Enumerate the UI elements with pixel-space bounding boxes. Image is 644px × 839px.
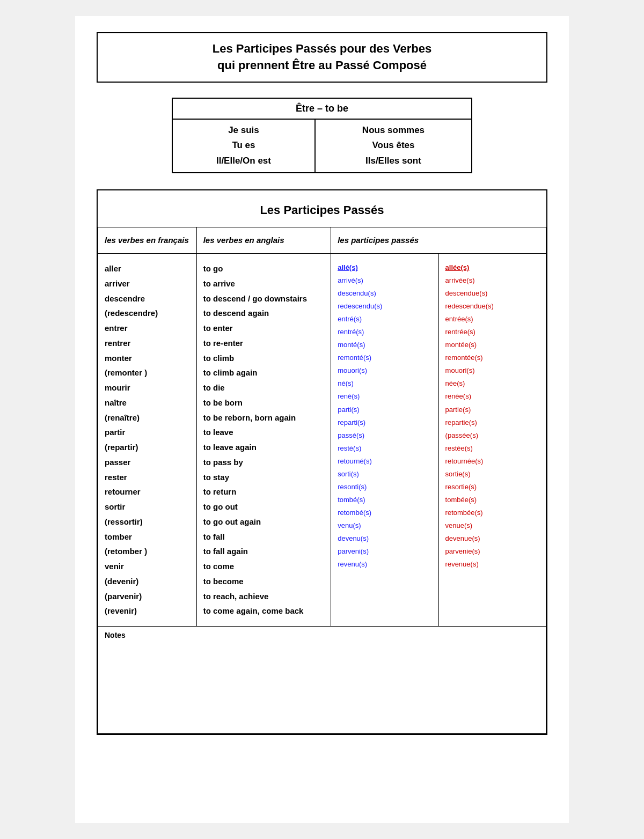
etre-header: Être – to be bbox=[172, 98, 472, 119]
notes-cell: Notes bbox=[98, 627, 546, 734]
etre-left-col: Je suisTu esIl/Elle/On est bbox=[172, 119, 315, 173]
col-header-participes: les participes passés bbox=[331, 227, 546, 254]
french-verbs-cell: aller arriver descendre (redescendre) en… bbox=[98, 254, 197, 627]
masculine-participes-cell: allé(s) arrivé(s) descendu(s) redescendu… bbox=[331, 254, 438, 627]
masc-first: allé(s) bbox=[338, 263, 358, 271]
col-header-english: les verbes en anglais bbox=[196, 227, 331, 254]
participes-table: les verbes en français les verbes en ang… bbox=[98, 227, 546, 734]
fem-first: allée(s) bbox=[445, 263, 470, 271]
feminine-participes-cell: allée(s) arrivée(s) descendue(s) redesce… bbox=[438, 254, 546, 627]
main-title-box: Les Participes Passés pour des Verbes qu… bbox=[97, 32, 547, 83]
notes-row: Notes bbox=[98, 627, 546, 734]
english-verbs-cell: to go to arrive to descend / go downstai… bbox=[196, 254, 331, 627]
main-box-title: Les Participes Passés bbox=[98, 190, 546, 227]
main-box: Les Participes Passés les verbes en fran… bbox=[97, 189, 547, 735]
etre-table: Être – to be Je suisTu esIl/Elle/On est … bbox=[172, 98, 472, 174]
page: Les Participes Passés pour des Verbes qu… bbox=[75, 16, 569, 823]
col-header-french: les verbes en français bbox=[98, 227, 197, 254]
main-title-text: Les Participes Passés pour des Verbes qu… bbox=[108, 41, 536, 74]
table-row-main: aller arriver descendre (redescendre) en… bbox=[98, 254, 546, 627]
etre-right-col: Nous sommesVous êtesIls/Elles sont bbox=[315, 119, 472, 173]
